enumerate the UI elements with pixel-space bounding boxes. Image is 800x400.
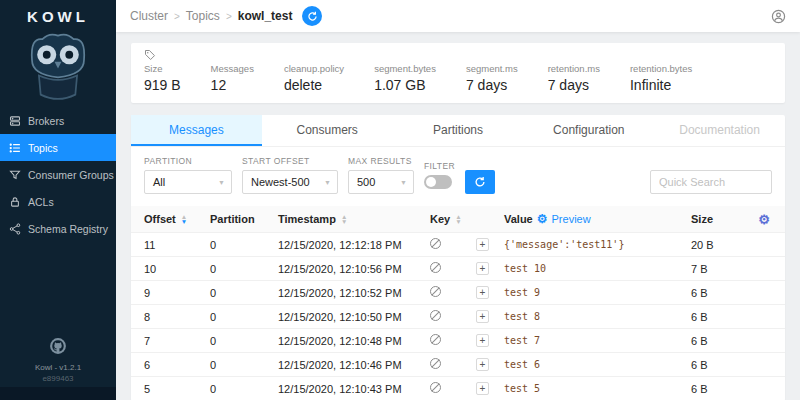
sidebar-menu: Brokers Topics Consumer Groups ACLs Sche…	[0, 107, 116, 242]
max-results-select-value: 500	[357, 176, 375, 188]
expand-row-button[interactable]: +	[476, 238, 489, 251]
stat-value: 7 days	[548, 77, 600, 93]
sidebar-item-label: ACLs	[28, 196, 54, 208]
breadcrumb-separator: >	[226, 11, 232, 22]
tab-consumers[interactable]: Consumers	[262, 115, 393, 146]
message-table-body: 11 0 12/15/2020, 12:12:18 PM + {'message…	[131, 233, 785, 400]
partition-select-value: All	[153, 176, 165, 188]
app-version: Kowl - v1.2.1	[0, 363, 116, 372]
table-row: 8 0 12/15/2020, 12:10:50 PM + test 8 6 B	[131, 305, 785, 329]
cell-key	[430, 358, 476, 371]
cell-value: test 5	[504, 383, 691, 394]
sidebar-item-topics[interactable]: Topics	[0, 134, 116, 161]
cell-size: 7 B	[691, 263, 749, 275]
cell-expand: +	[476, 262, 504, 275]
sidebar-item-schema-registry[interactable]: Schema Registry	[0, 215, 116, 242]
null-key-icon	[430, 262, 441, 273]
github-icon[interactable]	[48, 336, 68, 356]
column-timestamp[interactable]: Timestamp ▲▼	[278, 213, 430, 225]
null-key-icon	[430, 334, 441, 345]
table-settings-gear-icon[interactable]: ⚙	[749, 212, 779, 227]
cell-partition: 0	[210, 239, 278, 251]
partition-filter: PARTITION All ▼	[144, 156, 232, 194]
tab-configuration[interactable]: Configuration	[523, 115, 654, 146]
sidebar: KOWL Brokers Topics Consum	[0, 0, 116, 400]
null-key-icon	[430, 358, 441, 369]
column-label: Value	[504, 213, 533, 225]
cell-size: 20 B	[691, 239, 749, 251]
stat-value: 12	[211, 77, 254, 93]
user-menu-button[interactable]	[771, 9, 786, 24]
sidebar-item-brokers[interactable]: Brokers	[0, 107, 116, 134]
sidebar-item-consumer-groups[interactable]: Consumer Groups	[0, 161, 116, 188]
logo-text: KOWL	[0, 8, 116, 25]
column-key[interactable]: Key ▲▼	[430, 213, 476, 225]
column-partition[interactable]: Partition	[210, 213, 278, 225]
server-icon	[9, 115, 21, 127]
column-label: Timestamp	[278, 213, 336, 225]
quick-search-input[interactable]	[650, 170, 772, 194]
cell-value: test 10	[504, 263, 691, 274]
stat-value: 7 days	[466, 77, 518, 93]
messages-refresh-button[interactable]	[465, 170, 495, 194]
preview-link[interactable]: Preview	[552, 213, 591, 225]
stat-messages: Messages 12	[211, 63, 254, 93]
sort-icon: ▲▼	[455, 214, 461, 224]
column-label: Offset	[144, 213, 176, 225]
tab-documentation[interactable]: Documentation	[654, 115, 785, 146]
table-row: 9 0 12/15/2020, 12:10:52 PM + test 9 6 B	[131, 281, 785, 305]
toggle-knob	[426, 177, 436, 187]
expand-row-button[interactable]: +	[476, 358, 489, 371]
tab-partitions[interactable]: Partitions	[393, 115, 524, 146]
stat-retention-bytes: retention.bytes Infinite	[630, 63, 692, 93]
list-icon	[9, 142, 21, 154]
cell-partition: 0	[210, 383, 278, 395]
main: Cluster > Topics > kowl_test	[116, 0, 800, 400]
stat-label: segment.ms	[466, 63, 518, 74]
stat-label: retention.bytes	[630, 63, 692, 74]
cell-timestamp: 12/15/2020, 12:10:56 PM	[278, 263, 430, 275]
start-offset-filter-label: START OFFSET	[242, 156, 338, 166]
stat-value: 919 B	[144, 77, 181, 93]
cell-partition: 0	[210, 335, 278, 347]
cell-timestamp: 12/15/2020, 12:10:43 PM	[278, 383, 430, 395]
stat-label: cleanup.policy	[284, 63, 344, 74]
table-row: 10 0 12/15/2020, 12:10:56 PM + test 10 7…	[131, 257, 785, 281]
cell-expand: +	[476, 238, 504, 251]
cell-offset: 6	[144, 359, 210, 371]
cell-timestamp: 12/15/2020, 12:10:52 PM	[278, 287, 430, 299]
max-results-select[interactable]: 500 ▼	[348, 170, 414, 194]
start-offset-select[interactable]: Newest-500 ▼	[242, 170, 338, 194]
cell-key	[430, 382, 476, 395]
breadcrumb-cluster[interactable]: Cluster	[130, 9, 168, 23]
cell-size: 6 B	[691, 383, 749, 395]
preview-settings-gear-icon[interactable]: ⚙	[537, 212, 548, 226]
expand-row-button[interactable]: +	[476, 286, 489, 299]
null-key-icon	[430, 286, 441, 297]
user-icon	[771, 9, 786, 24]
filter-toggle[interactable]	[424, 175, 452, 189]
page-refresh-button[interactable]	[302, 6, 322, 26]
cell-value: test 8	[504, 311, 691, 322]
breadcrumb-topics[interactable]: Topics	[186, 9, 220, 23]
cell-size: 6 B	[691, 287, 749, 299]
expand-row-button[interactable]: +	[476, 262, 489, 275]
expand-row-button[interactable]: +	[476, 310, 489, 323]
partition-select[interactable]: All ▼	[144, 170, 232, 194]
cell-expand: +	[476, 310, 504, 323]
expand-row-button[interactable]: +	[476, 382, 489, 395]
stat-label: Messages	[211, 63, 254, 74]
column-offset[interactable]: Offset ▲▼	[144, 213, 210, 225]
cell-partition: 0	[210, 287, 278, 299]
tab-messages[interactable]: Messages	[131, 115, 262, 146]
stat-label: Size	[144, 63, 181, 74]
stat-value: delete	[284, 77, 344, 93]
column-size: Size	[691, 213, 749, 225]
cell-size: 6 B	[691, 335, 749, 347]
expand-row-button[interactable]: +	[476, 334, 489, 347]
chevron-down-icon: ▼	[218, 179, 225, 186]
tag-icon	[144, 49, 156, 61]
stats-row: Size 919 B Messages 12 cleanup.policy de…	[144, 63, 772, 93]
null-key-icon	[430, 310, 441, 321]
sidebar-item-acls[interactable]: ACLs	[0, 188, 116, 215]
